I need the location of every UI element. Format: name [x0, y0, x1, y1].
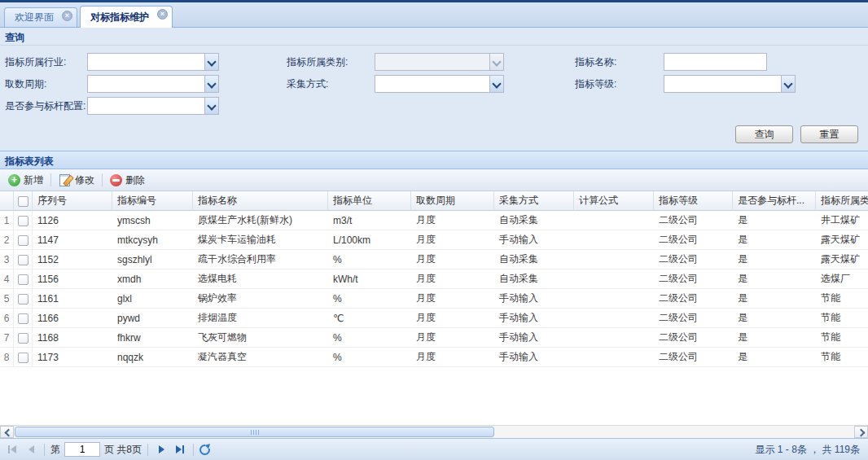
row-checkbox-cell[interactable]: [14, 269, 33, 289]
table-cell: 1166: [33, 309, 112, 328]
delete-button[interactable]: 删除: [106, 172, 149, 189]
table-cell: kWh/t: [328, 269, 411, 289]
column-header-1[interactable]: 指标编号: [112, 191, 193, 211]
reset-button[interactable]: 重置: [800, 125, 858, 143]
row-checkbox-cell[interactable]: [14, 328, 33, 348]
search-button[interactable]: 查询: [735, 125, 793, 143]
table-cell: mtkcysyh: [112, 230, 193, 250]
row-checkbox-cell[interactable]: [14, 250, 33, 269]
page-number-input[interactable]: [64, 442, 100, 457]
select-all-header[interactable]: [14, 191, 33, 211]
table-cell: 自动采集: [494, 211, 574, 230]
column-header-2[interactable]: 指标名称: [193, 191, 328, 211]
prev-page-icon[interactable]: [24, 442, 38, 457]
row-number: 7: [0, 328, 14, 348]
benchmark-combo-input[interactable]: [88, 98, 204, 114]
query-panel: 查询 指标所属行业: 指标所属类别: 指标名称: 取数周期: 采集方式: 指标等…: [0, 28, 868, 151]
row-checkbox-cell[interactable]: [14, 348, 33, 367]
delete-icon: [110, 174, 122, 186]
table-cell: sgszhlyl: [112, 250, 193, 269]
chevron-down-icon[interactable]: [204, 54, 218, 70]
column-header-3[interactable]: 指标单位: [328, 191, 411, 211]
column-header-8[interactable]: 是否参与标杆...: [733, 191, 816, 211]
table-cell: 二级公司: [654, 211, 733, 230]
chevron-down-icon[interactable]: [489, 76, 503, 92]
chevron-down-icon[interactable]: [204, 98, 218, 114]
add-button[interactable]: + 新增: [4, 172, 47, 189]
table-cell: 月度: [411, 328, 494, 348]
table-cell: 是: [733, 309, 816, 328]
next-page-icon[interactable]: [154, 442, 169, 457]
chevron-down-icon: [489, 54, 503, 70]
table-row[interactable]: 71168fhkrw飞灰可燃物%月度手动输入二级公司是节能: [0, 328, 868, 348]
chevron-down-icon[interactable]: [204, 76, 218, 92]
table-row[interactable]: 41156xmdh选煤电耗kWh/t月度自动采集二级公司是选煤厂: [0, 269, 868, 289]
collect-method-combo-input[interactable]: [375, 76, 489, 92]
benchmark-combo[interactable]: [87, 97, 219, 115]
collect-method-combo[interactable]: [375, 75, 504, 93]
select-all-checkbox[interactable]: [18, 196, 28, 207]
period-combo[interactable]: [87, 75, 219, 93]
table-cell: [574, 230, 654, 250]
industry-combo[interactable]: [87, 53, 219, 71]
page-label-before: 第: [50, 443, 60, 457]
table-cell: xmdh: [112, 269, 193, 289]
table-cell: %: [328, 348, 411, 367]
table-cell: 月度: [411, 230, 494, 250]
row-checkbox[interactable]: [18, 255, 28, 265]
indicator-name-input[interactable]: [664, 53, 767, 71]
page-label-after: 页 共8页: [104, 443, 142, 457]
table-cell: 原煤生产水耗(新鲜水): [193, 211, 328, 230]
industry-combo-input[interactable]: [88, 54, 204, 70]
column-header-7[interactable]: 指标等级: [654, 191, 733, 211]
last-page-icon[interactable]: [173, 442, 187, 457]
table-row[interactable]: 11126ymscsh原煤生产水耗(新鲜水)m3/t月度自动采集二级公司是井工煤…: [0, 211, 868, 230]
first-page-icon[interactable]: [5, 442, 20, 457]
refresh-icon[interactable]: [199, 445, 210, 455]
period-combo-input[interactable]: [88, 76, 204, 92]
table-row[interactable]: 21147mtkcysyh煤炭卡车运输油耗L/100km月度手动输入二级公司是露…: [0, 230, 868, 250]
edit-button[interactable]: 修改: [55, 172, 99, 189]
row-checkbox[interactable]: [18, 353, 28, 363]
scrollbar-thumb[interactable]: [15, 427, 494, 437]
close-icon[interactable]: ×: [157, 9, 168, 20]
column-header-0[interactable]: 序列号: [33, 191, 112, 211]
collect-method-label: 采集方式:: [287, 75, 328, 93]
column-header-5[interactable]: 采集方式: [494, 191, 574, 211]
row-checkbox-cell[interactable]: [14, 309, 33, 328]
row-checkbox[interactable]: [18, 235, 28, 246]
scroll-left-icon[interactable]: [0, 426, 14, 438]
table-cell: 月度: [411, 250, 494, 269]
table-cell: 露天煤矿: [816, 250, 868, 269]
chevron-down-icon[interactable]: [781, 76, 795, 92]
row-checkbox[interactable]: [18, 216, 28, 226]
table-row[interactable]: 31152sgszhlyl疏干水综合利用率%月度自动采集二级公司是露天煤矿: [0, 250, 868, 269]
table-row[interactable]: 61166pywd排烟温度℃月度手动输入二级公司是节能: [0, 309, 868, 328]
row-checkbox-cell[interactable]: [14, 230, 33, 250]
close-icon[interactable]: ×: [62, 11, 72, 21]
tab-welcome[interactable]: 欢迎界面 ×: [4, 7, 77, 27]
record-count-display: 显示 1 - 8条 ， 共 119条: [756, 443, 860, 457]
table-cell: 月度: [411, 289, 494, 309]
paging-separator: [44, 444, 45, 456]
period-label: 取数周期:: [5, 75, 46, 93]
row-checkbox[interactable]: [18, 294, 28, 304]
level-label: 指标等级:: [575, 75, 616, 93]
column-header-6[interactable]: 计算公式: [574, 191, 654, 211]
row-checkbox[interactable]: [18, 274, 28, 285]
column-header-9[interactable]: 指标所属类别: [816, 191, 868, 211]
row-checkbox[interactable]: [18, 313, 28, 324]
tab-indicator-maintenance[interactable]: 对标指标维护 ×: [80, 6, 173, 28]
scroll-right-icon[interactable]: [854, 426, 868, 438]
table-row[interactable]: 81173nqqzk凝汽器真空%月度手动输入二级公司是节能: [0, 348, 868, 367]
level-combo[interactable]: [664, 75, 796, 93]
row-checkbox[interactable]: [18, 333, 28, 344]
row-checkbox-cell[interactable]: [14, 211, 33, 230]
edit-button-label: 修改: [75, 173, 94, 187]
column-header-4[interactable]: 取数周期: [411, 191, 494, 211]
level-combo-input[interactable]: [664, 76, 781, 92]
horizontal-scrollbar[interactable]: [0, 425, 868, 438]
row-checkbox-cell[interactable]: [14, 289, 33, 309]
table-cell: %: [328, 328, 411, 348]
table-row[interactable]: 51161glxl锅炉效率%月度手动输入二级公司是节能: [0, 289, 868, 309]
